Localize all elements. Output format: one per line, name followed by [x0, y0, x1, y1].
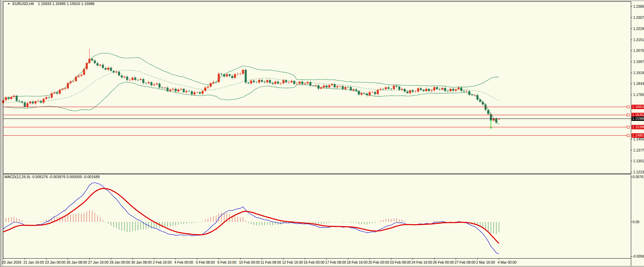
line-anchor-square[interactable] — [627, 114, 630, 116]
candle-body — [72, 81, 74, 81]
candle-body — [355, 90, 357, 91]
candle-body — [296, 84, 298, 84]
candle-body — [59, 90, 61, 94]
candle-body — [417, 88, 419, 92]
candle-body — [415, 92, 417, 92]
candle-body — [105, 68, 107, 70]
price-axis-label: 1.23070 — [633, 15, 644, 20]
candle-body — [153, 85, 155, 86]
price-axis-label: 1.23850 — [633, 4, 644, 9]
macd-signal-line — [3, 189, 499, 243]
candle-body — [318, 85, 320, 89]
candle-body — [385, 87, 387, 89]
candle-body — [32, 102, 34, 103]
candle-body — [301, 82, 303, 84]
candle-body — [172, 89, 174, 90]
candle-body — [183, 89, 185, 92]
candle-body — [116, 72, 118, 72]
candle-body — [388, 87, 390, 89]
candle-body — [70, 81, 72, 83]
candle-body — [291, 81, 293, 82]
candle-body — [207, 87, 209, 88]
candle-body — [64, 88, 66, 89]
candle-body — [390, 89, 392, 89]
macd-main-line — [3, 182, 499, 254]
candle-body — [361, 93, 363, 95]
candle-body — [412, 90, 414, 92]
price-axis-label: 1.22290 — [633, 27, 644, 31]
date-axis-label: 4 Feb 00:00 — [174, 260, 193, 265]
candle-body — [372, 92, 374, 92]
date-axis-label: 2 Feb 16:00 — [153, 260, 172, 265]
chart-window: ▼EURUSD,H41.15933 1.15995 1.15910 1.1598… — [0, 0, 644, 267]
date-axis-label: 23 Feb 08:00 — [390, 260, 411, 265]
candle-body — [80, 75, 83, 76]
candle-body — [310, 82, 312, 86]
bollinger-middle-band — [3, 70, 499, 103]
candle-body — [213, 82, 215, 83]
candle-body — [221, 74, 223, 74]
price-axis-label: 1.14550 — [633, 137, 644, 141]
line-anchor-square[interactable] — [627, 126, 630, 128]
candle-body — [460, 88, 462, 91]
candle-body — [161, 88, 163, 88]
candle-body — [363, 93, 365, 94]
chart-canvas — [0, 0, 644, 267]
candle-body — [436, 87, 438, 89]
candle-body — [27, 103, 29, 107]
candle-body — [13, 96, 15, 97]
candle-body — [272, 83, 274, 84]
candle-body — [204, 88, 206, 91]
candle-body — [266, 80, 268, 82]
symbol-timeframe-label: EURUSD,H4 — [12, 2, 34, 6]
candle-body — [16, 96, 18, 101]
candle-body — [463, 91, 465, 92]
candle-body — [19, 101, 21, 101]
symbol-dropdown-icon[interactable]: ▼ — [7, 2, 10, 5]
candle-body — [425, 89, 427, 91]
candle-body — [196, 92, 198, 93]
candle-body — [466, 91, 468, 92]
date-axis-label: 24 Feb 16:00 — [412, 260, 432, 265]
bollinger-upper-band — [3, 53, 499, 99]
candle-body — [277, 81, 279, 84]
candle-body — [237, 74, 239, 74]
candle-body — [164, 88, 166, 88]
candle-body — [307, 82, 309, 84]
candle-body — [35, 101, 37, 104]
candle-body — [358, 91, 360, 95]
candle-body — [299, 82, 301, 84]
candle-body — [43, 99, 45, 103]
candle-body — [151, 82, 153, 85]
candle-body — [148, 82, 150, 83]
candle-body — [471, 95, 473, 95]
candle-body — [420, 88, 422, 90]
candle-body — [382, 89, 384, 89]
candle-body — [264, 82, 266, 82]
candle-body — [458, 88, 460, 89]
candle-body — [137, 80, 139, 80]
candle-body — [261, 80, 263, 81]
candle-body — [245, 70, 247, 82]
candle-body — [86, 63, 88, 69]
candle-body — [409, 90, 411, 93]
candle-body — [393, 86, 395, 89]
candle-body — [83, 69, 85, 75]
candle-body — [180, 89, 182, 90]
line-anchor-square[interactable] — [627, 134, 630, 137]
line-anchor-square[interactable] — [627, 106, 630, 108]
candle-body — [202, 91, 204, 94]
candle-body — [487, 110, 489, 114]
price-axis-label: 1.12230 — [633, 170, 644, 174]
macd-indicator-label: MACD(12,26,9) -0.005276 -0.003976 0.0000… — [4, 175, 100, 179]
candle-body — [54, 92, 56, 93]
candle-body — [110, 68, 112, 71]
candle-body — [256, 82, 258, 82]
candle-body — [469, 91, 471, 95]
candle-body — [401, 89, 403, 90]
candle-body — [328, 85, 330, 88]
candle-body — [113, 71, 115, 72]
candle-body — [342, 86, 344, 89]
candle-body — [142, 79, 144, 83]
date-axis-label: 16 Feb 00:00 — [304, 260, 325, 265]
